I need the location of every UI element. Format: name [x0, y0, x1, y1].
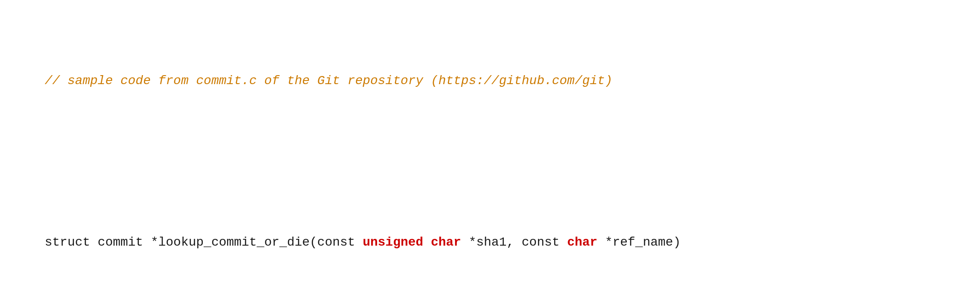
struct-keyword: struct commit *lookup_commit_or_die(cons…	[45, 235, 363, 249]
char-keyword: char	[431, 235, 461, 249]
star-ref: *ref_name)	[597, 235, 681, 249]
code-container: // sample code from commit.c of the Git …	[14, 11, 966, 296]
space1	[423, 235, 431, 249]
unsigned-keyword: unsigned	[363, 235, 423, 249]
blank-line	[14, 152, 966, 172]
comment-line: // sample code from commit.c of the Git …	[14, 51, 966, 112]
star-sha1: *sha1, const	[461, 235, 567, 249]
function-signature-line: struct commit *lookup_commit_or_die(cons…	[14, 212, 966, 273]
comment-text: // sample code from commit.c of the Git …	[45, 74, 612, 88]
char-keyword2: char	[567, 235, 597, 249]
